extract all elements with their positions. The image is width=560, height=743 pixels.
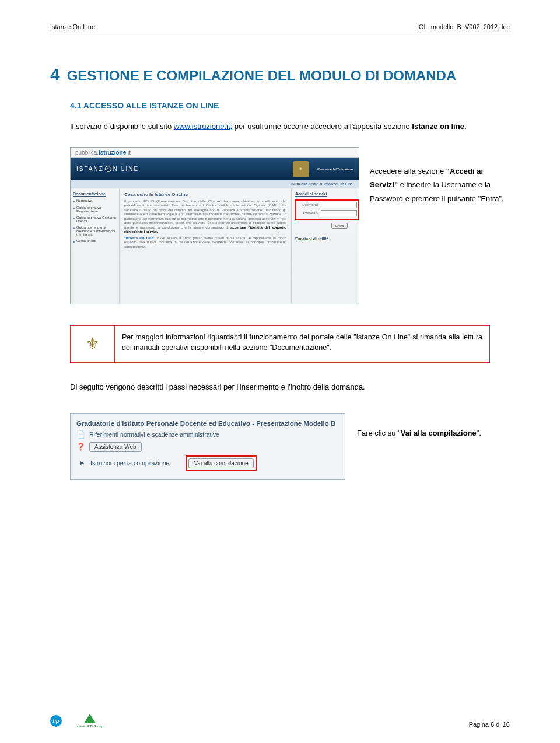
vai-compilazione-button[interactable]: Vai alla compilazione — [188, 458, 253, 468]
panel-row-normativa[interactable]: 📄 Riferimenti normativi e scadenze ammin… — [76, 430, 339, 439]
ss-side-item[interactable]: Normativa — [73, 199, 117, 203]
ss-banner: ISTANZeN LINE ⚜ Ministero dell'Istruzion… — [71, 158, 359, 180]
password-label: Password — [298, 211, 318, 215]
info-crest-cell: ⚜ — [71, 326, 115, 362]
section-4-heading: 4 GESTIONE E COMPILAZIONE DEL MODULO DI … — [50, 65, 510, 85]
username-input[interactable] — [321, 202, 357, 208]
portal-screenshot: pubblica.Istruzione.it ISTANZeN LINE ⚜ M… — [70, 147, 359, 304]
ss-login-heading: Accedi ai servizi — [295, 192, 355, 196]
ss-side-item[interactable]: Cerca online — [73, 239, 117, 243]
ss-sidebar: Documentazione Normativa Guida operativa… — [71, 188, 120, 304]
section-number: 4 — [50, 65, 60, 85]
panel-row-istruzioni[interactable]: ➤ Istruzioni per la compilazione — [78, 459, 169, 467]
vai-compilazione-highlight: Vai alla compilazione — [186, 455, 256, 471]
click-bold: Vai alla compilazione — [401, 429, 477, 437]
panel-row-label: Riferimenti normativi e scadenze amminis… — [89, 431, 219, 438]
ss-subbar: Torna alla home di Istanze On Line — [71, 180, 359, 188]
ss-main-p1: Il progetto POLIS (Presentazione On Line… — [124, 199, 286, 229]
ss-brand-a: ISTANZ — [76, 166, 104, 172]
note-text-a: Accedere alla sezione — [370, 167, 444, 176]
panel-row-label: Istruzioni per la compilazione — [90, 460, 169, 467]
modello-b-panel: Graduatorie d'Istituto Personale Docente… — [70, 413, 345, 480]
crest-icon: ⚜ — [293, 161, 309, 177]
intro-text-b: per usufruirne occorre accedere all'appo… — [232, 122, 412, 131]
letter-o-icon: e — [105, 166, 111, 172]
panel-title: Graduatorie d'Istituto Personale Docente… — [76, 420, 339, 427]
intro-bold: Istanze on line. — [412, 122, 466, 131]
entra-button[interactable]: Entra — [331, 223, 348, 229]
rti-caption: Istituto RTI Group — [76, 724, 103, 728]
ss-domain-prefix: pubblica. — [75, 149, 99, 156]
ss-side-heading: Documentazione — [73, 192, 117, 196]
assistenza-web-button[interactable]: Assistenza Web — [89, 442, 142, 452]
intro-paragraph: Il servizio è disponibile sul sito www.i… — [70, 121, 504, 133]
ss-address-bar: pubblica.Istruzione.it — [71, 148, 359, 158]
click-text-a: Fare clic su " — [357, 429, 401, 437]
access-instructions: Accedere alla sezione "Accedi ai Servizi… — [370, 147, 510, 205]
document-icon: 📄 — [76, 430, 85, 439]
info-message: Per maggiori informazioni riguardanti il… — [115, 326, 489, 362]
header-left: Istanze On Line — [50, 23, 95, 30]
republic-crest-icon: ⚜ — [80, 331, 105, 358]
help-icon: ❓ — [76, 443, 85, 451]
page-header: Istanze On Line IOL_modello_B_V002_2012.… — [50, 23, 510, 30]
password-input[interactable] — [321, 210, 357, 216]
click-instruction: Fare clic su "Vai alla compilazione". — [357, 413, 510, 440]
ss-domain-suffix: .it — [126, 149, 131, 156]
click-text-c: ". — [477, 429, 481, 437]
ss-side-item[interactable]: Guida operativa Registrazione — [73, 206, 117, 213]
ss-main-content: Cosa sono le Istanze OnLine Il progetto … — [120, 188, 291, 304]
istruzione-link[interactable]: www.istruzione.it; — [174, 122, 232, 131]
ss-brand-b: N LINE — [113, 166, 139, 172]
hp-logo-icon: hp — [50, 715, 62, 727]
page-footer: hp Istituto RTI Group Pagina 6 di 16 — [50, 714, 510, 728]
section-title: GESTIONE E COMPILAZIONE DEL MODULO DI DO… — [67, 68, 457, 84]
rti-logo-icon: Istituto RTI Group — [76, 714, 103, 728]
panel-row-assistenza[interactable]: ❓ Assistenza Web — [76, 442, 339, 452]
steps-intro: Di seguito vengono descritti i passi nec… — [70, 383, 490, 391]
ss-main-link: "Istanze On Line" — [124, 236, 155, 240]
ss-utility-heading: Funzioni di utilità — [295, 237, 355, 241]
ss-domain-accent: Istruzione — [99, 149, 126, 156]
ss-login-panel: Accedi ai servizi Username Password Entr… — [291, 188, 359, 304]
subsection-4-1-heading: 4.1 ACCESSO ALLE ISTANZE ON LINE — [70, 101, 510, 110]
username-label: Username — [298, 203, 318, 206]
ss-ministry-caption: Ministero dell'Istruzione — [316, 167, 353, 171]
ss-main-heading: Cosa sono le Istanze OnLine — [124, 192, 286, 197]
arrow-icon: ➤ — [78, 459, 86, 467]
header-right: IOL_modello_B_V002_2012.doc — [417, 23, 510, 30]
ss-side-item[interactable]: Guida operativa Gestione Utenza — [73, 216, 117, 223]
page-number: Pagina 6 di 16 — [469, 721, 510, 728]
intro-text-a: Il servizio è disponibile sul sito — [70, 122, 174, 131]
ss-login-highlight: Username Password — [295, 199, 359, 220]
documentation-info-box: ⚜ Per maggiori informazioni riguardanti … — [70, 325, 490, 363]
header-rule — [50, 33, 510, 33]
ss-side-item[interactable]: Guida utente per la creazione di informa… — [73, 226, 117, 236]
